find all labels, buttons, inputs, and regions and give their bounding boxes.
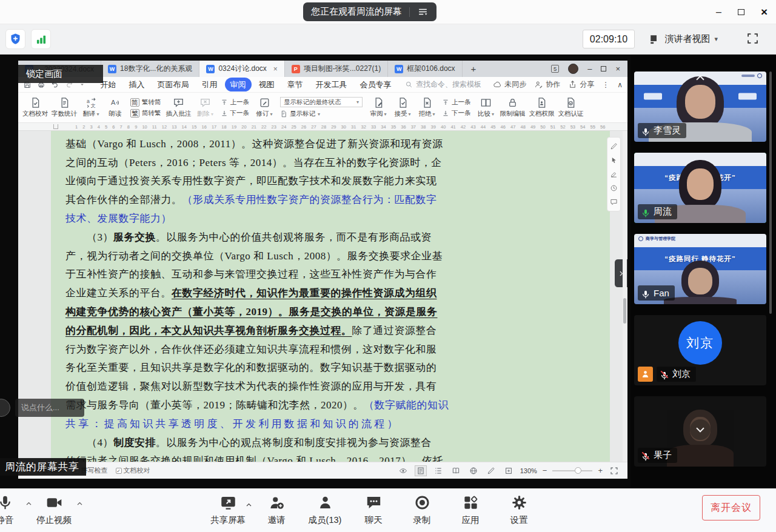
participant-tile[interactable]: 李雪灵 bbox=[634, 71, 766, 142]
ribbon-small-button[interactable]: 繁简转繁 bbox=[130, 109, 161, 118]
ribbon-small-button[interactable]: 上一条 bbox=[442, 98, 471, 107]
ribbon-button[interactable]: 字数统计 bbox=[50, 93, 79, 122]
doc-tab[interactable]: W18数字化...化的关系观 bbox=[101, 61, 199, 77]
proofread-toggle[interactable]: ✓文档校对 bbox=[116, 466, 150, 475]
ribbon-small-button[interactable]: 下一条 bbox=[442, 109, 471, 118]
ribbon-small-button[interactable]: 简繁转简 bbox=[130, 98, 161, 107]
tab-list-button[interactable]: 5 bbox=[551, 65, 559, 73]
wps-restore-button[interactable] bbox=[601, 66, 606, 71]
participant-tile[interactable]: “疫路同行 静待花开”周流 bbox=[634, 153, 766, 223]
zoom-in-button[interactable]: + bbox=[598, 466, 603, 475]
lock-view-button[interactable]: 锁定画面 bbox=[18, 65, 103, 83]
toolbar-invite-button[interactable]: 邀请 bbox=[252, 494, 301, 526]
participant-tile[interactable]: 果子 bbox=[634, 396, 766, 467]
tab-stop-selector[interactable] bbox=[53, 124, 58, 129]
ribbon-button[interactable]: 比较▾ bbox=[474, 93, 498, 122]
participant-tile[interactable]: 商学与管理学院“疫路同行 静待花开”Fan bbox=[634, 234, 766, 304]
collapse-chat-button[interactable]: ‹ bbox=[89, 402, 93, 414]
maximize-button[interactable] bbox=[738, 9, 744, 15]
toolbar-apps-button[interactable]: 应用 bbox=[446, 494, 495, 526]
doc-tab[interactable]: W0324讨论.docx× bbox=[199, 61, 284, 77]
minimize-button[interactable]: – bbox=[716, 7, 721, 18]
banner-menu-icon[interactable] bbox=[417, 6, 429, 18]
account-avatar[interactable] bbox=[568, 64, 578, 74]
toolbar-members-button[interactable]: 成员(13) bbox=[301, 494, 349, 526]
close-tab-icon[interactable]: × bbox=[273, 65, 278, 73]
toolbar-record-button[interactable]: 录制 bbox=[398, 494, 446, 526]
security-button[interactable] bbox=[5, 29, 25, 49]
markup-state-dropdown[interactable]: 显示标记的最终状态▾ bbox=[280, 97, 363, 107]
zoom-level[interactable]: 130% bbox=[520, 467, 537, 474]
collaborate-button[interactable]: 协作 bbox=[534, 79, 560, 90]
horizontal-ruler[interactable]: 1234567891011121314151617181920212223242… bbox=[18, 123, 627, 131]
chat-input[interactable]: 说点什么... bbox=[15, 399, 84, 417]
ribbon-button[interactable]: 审阅▾ bbox=[366, 93, 390, 122]
ribbon-button[interactable]: 接受▾ bbox=[390, 93, 415, 122]
toolbar-chat-button[interactable]: 聊天 bbox=[349, 494, 398, 526]
new-document-tab-button[interactable]: + bbox=[463, 61, 485, 77]
ribbon-tab[interactable]: 会员专享 bbox=[355, 78, 397, 91]
emoji-button[interactable] bbox=[0, 399, 10, 417]
ribbon-tab[interactable]: 页面布局 bbox=[152, 78, 195, 91]
ribbon-button[interactable]: 拒绝▾ bbox=[415, 93, 439, 122]
toolbar-mute-button[interactable]: 静音 bbox=[0, 494, 23, 526]
share-button[interactable]: 分享 bbox=[568, 79, 594, 90]
web-view-button[interactable] bbox=[467, 465, 480, 476]
history-tool-icon[interactable] bbox=[610, 184, 618, 192]
cursor-tool-icon[interactable] bbox=[610, 156, 618, 164]
document-page[interactable]: （2）资源整合。以服务为中心的价值共创观将资源整合行为视为价值交换的基础（Var… bbox=[51, 131, 610, 462]
view-mode-button[interactable]: 演讲者视图 ▾ bbox=[646, 30, 721, 48]
participant-tile[interactable]: 刘京刘京 bbox=[634, 315, 766, 385]
wps-fullscreen-button[interactable] bbox=[608, 465, 620, 476]
zoom-slider-knob[interactable] bbox=[575, 467, 581, 474]
ribbon-small-button[interactable]: 上一条 bbox=[221, 98, 250, 107]
close-button[interactable]: × bbox=[761, 5, 768, 19]
scrollbar-thumb[interactable] bbox=[623, 298, 626, 324]
ribbon-button[interactable]: 文档权限 bbox=[527, 93, 557, 122]
sync-status[interactable]: 未同步 bbox=[493, 79, 526, 90]
more-menu-button[interactable]: ⋮ bbox=[602, 81, 609, 89]
command-search[interactable]: 查找命令、搜索模板 bbox=[405, 79, 481, 90]
leave-meeting-button[interactable]: 离开会议 bbox=[702, 495, 760, 520]
doc-tab[interactable]: P项目制图-张笑...0227(1) bbox=[285, 61, 388, 77]
network-quality-button[interactable] bbox=[31, 29, 51, 49]
highlighter-tool-icon[interactable] bbox=[610, 170, 618, 178]
ribbon-button[interactable]: 插入批注 bbox=[164, 93, 193, 122]
document-scrollbar[interactable] bbox=[623, 131, 627, 462]
page-view-button[interactable] bbox=[415, 465, 427, 476]
toolbar-stop-video-button[interactable]: 停止视频 bbox=[34, 494, 74, 526]
ink-view-button[interactable] bbox=[485, 465, 497, 476]
ribbon-tab[interactable]: 视图 bbox=[253, 78, 280, 91]
pen-tool-icon[interactable] bbox=[610, 142, 618, 150]
ribbon-tab[interactable]: 插入 bbox=[124, 78, 150, 91]
ribbon-button[interactable]: 文档校对 bbox=[21, 93, 50, 122]
toolbar-share-screen-button[interactable]: 共享屏幕 bbox=[204, 494, 252, 526]
ribbon-button[interactable]: 文档认证 bbox=[557, 93, 586, 122]
comment-tool-icon[interactable] bbox=[610, 198, 618, 206]
scroll-up-indicator[interactable] bbox=[694, 71, 707, 85]
fullscreen-button[interactable] bbox=[746, 32, 759, 45]
scroll-down-indicator[interactable] bbox=[690, 419, 711, 440]
ribbon-tab[interactable]: 章节 bbox=[282, 78, 309, 91]
zoom-out-button[interactable]: − bbox=[543, 466, 547, 475]
ribbon-tab[interactable]: 引用 bbox=[196, 78, 223, 91]
ribbon-small-button[interactable]: 下一条 bbox=[221, 109, 250, 118]
outline-view-button[interactable] bbox=[432, 465, 444, 476]
ribbon-button[interactable]: 修订▾ bbox=[252, 93, 276, 122]
ribbon-button[interactable]: 翻译▾ bbox=[79, 93, 103, 122]
eye-protection-button[interactable] bbox=[397, 465, 409, 476]
participants-scrollbar[interactable] bbox=[769, 71, 772, 314]
zoom-slider[interactable] bbox=[552, 470, 592, 471]
ribbon-button[interactable]: 朗读 bbox=[103, 93, 127, 122]
ribbon-button[interactable]: 限制编辑 bbox=[498, 93, 527, 122]
toolbar-mute-options-button[interactable] bbox=[23, 500, 34, 508]
wps-minimize-button[interactable]: – bbox=[587, 64, 592, 73]
doc-tab[interactable]: W框架0106.docx bbox=[388, 61, 462, 77]
toolbar-stop-video-options-button[interactable] bbox=[74, 500, 85, 508]
show-markup-button[interactable]: 显示标记▾ bbox=[280, 110, 363, 118]
fit-page-button[interactable] bbox=[503, 465, 515, 476]
ribbon-tab[interactable]: 审阅 bbox=[225, 78, 252, 91]
wps-close-button[interactable]: × bbox=[615, 64, 620, 73]
toolbar-settings-button[interactable]: 设置 bbox=[495, 494, 543, 526]
ribbon-tab[interactable]: 开发工具 bbox=[310, 78, 353, 91]
